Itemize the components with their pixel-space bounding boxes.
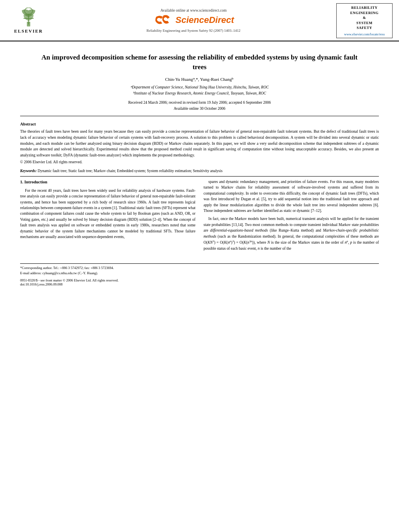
received-date: Received 24 March 2006; received in revi… [20, 100, 379, 106]
corresponding-author-note: *Corresponding author. Tel.: +886 3 5742… [20, 265, 379, 271]
footer-notes: *Corresponding author. Tel.: +886 3 5742… [20, 265, 379, 276]
sciencedirect-text: ScienceDirect [175, 15, 234, 25]
header-center: Available online at www.sciencedirect.co… [51, 8, 336, 33]
affiliations: ᵃDepartment of Computer Science, Nationa… [20, 84, 379, 97]
email-text: E-mail address: cyhuang@cs.nthu.edu.tw (… [20, 271, 98, 275]
authors: Chin-Yu Huangᵃ,*, Yung-Ruei Changᵇ [20, 77, 379, 82]
column-left: 1. Introduction For the recent 40 years,… [20, 179, 195, 254]
footer-divider [20, 263, 379, 264]
main-content: An improved decomposition scheme for ass… [0, 41, 399, 260]
elsevier-brand-text: ELSEVIER [14, 29, 43, 33]
keywords-label: Keywords: [20, 169, 37, 173]
abstract-title: Abstract [20, 122, 379, 126]
author-names: Chin-Yu Huangᵃ,*, Yung-Ruei Changᵇ [165, 77, 234, 82]
section1-heading: 1. Introduction [20, 179, 195, 185]
column-right: spares and dynamic redundancy management… [204, 179, 379, 254]
sciencedirect-icon [153, 14, 173, 26]
affiliation-a: ᵃDepartment of Computer Science, Nationa… [20, 84, 379, 90]
abstract-section: Abstract The theories of fault trees hav… [20, 122, 379, 164]
page-footer: 0951-8320/$ - see front matter © 2006 El… [20, 278, 379, 286]
journal-title-box: RELIABILITY ENGINEERING & SYSTEM SAFETY … [336, 3, 393, 38]
section1-para1: For the recent 40 years, fault trees hav… [20, 188, 195, 240]
issn-line: 0951-8320/$ - see front matter © 2006 El… [20, 278, 379, 282]
available-date: Available online 30 October 2006 [20, 106, 379, 112]
available-online-text: Available online at www.sciencedirect.co… [160, 8, 227, 12]
section1-para2: spares and dynamic redundancy management… [204, 179, 379, 214]
journal-url[interactable]: www.elsevier.com/locate/ress [340, 32, 389, 36]
journal-citation: Reliability Engineering and System Safet… [146, 29, 241, 33]
article-title: An improved decomposition scheme for ass… [39, 53, 360, 72]
corresponding-author-text: *Corresponding author. Tel.: +886 3 5742… [20, 266, 114, 270]
copyright-line: © 2006 Elsevier Ltd. All rights reserved… [20, 160, 379, 164]
article-dates: Received 24 March 2006; received in revi… [20, 100, 379, 116]
elsevier-tree-icon [16, 8, 41, 28]
keywords-line: Keywords: Dynamic fault tree; Static fau… [20, 169, 379, 177]
sciencedirect-logo: ScienceDirect [153, 14, 234, 26]
abstract-text: The theories of fault trees have been us… [20, 129, 379, 158]
page-header: ELSEVIER Available online at www.science… [0, 0, 399, 41]
elsevier-logo-area: ELSEVIER [6, 8, 51, 33]
two-column-body: 1. Introduction For the recent 40 years,… [20, 179, 379, 254]
email-note: E-mail address: cyhuang@cs.nthu.edu.tw (… [20, 271, 379, 276]
svg-rect-3 [27, 22, 30, 27]
keywords-text: Dynamic fault tree; Static fault tree; M… [38, 169, 223, 173]
doi-line: doi:10.1016/j.ress.2006.09.008 [20, 282, 379, 286]
affiliation-b: ᵇInstitute of Nuclear Energy Research, A… [20, 90, 379, 97]
page-wrapper: ELSEVIER Available online at www.science… [0, 0, 399, 532]
journal-title-text: RELIABILITY ENGINEERING & SYSTEM SAFETY [340, 5, 389, 31]
section1-para3: In fact, once the Markov models have bee… [204, 216, 379, 251]
